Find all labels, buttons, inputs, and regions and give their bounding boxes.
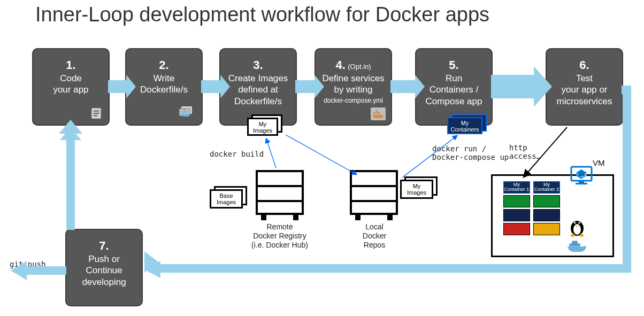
local-repos-caption: LocalDockerRepos — [353, 222, 396, 249]
svg-rect-28 — [579, 181, 584, 183]
step-text: Testyour app ormicroservices — [547, 73, 622, 107]
container-slot — [533, 223, 560, 235]
svg-rect-14 — [376, 110, 378, 112]
svg-rect-8 — [186, 111, 187, 113]
svg-rect-26 — [575, 241, 577, 243]
step-7-push-continue: 7. Push orContinuedeveloping — [65, 229, 143, 306]
step-number: 5. — [416, 59, 492, 72]
step-text: Push orContinuedeveloping — [66, 253, 142, 288]
svg-rect-23 — [575, 244, 577, 246]
step-number: 2. — [126, 59, 202, 72]
container-slot — [503, 195, 530, 207]
linux-tux-icon — [568, 215, 587, 237]
my-container-2: MyContainer 2 — [533, 181, 560, 194]
svg-rect-2 — [94, 113, 99, 114]
docker-build-label: docker build — [210, 150, 264, 158]
git-push-label: git push — [10, 260, 45, 268]
base-images-card: BaseImages — [210, 189, 243, 209]
container-slot — [503, 223, 530, 235]
vm-monitor-icon — [570, 166, 593, 186]
svg-rect-9 — [183, 109, 185, 111]
svg-rect-24 — [578, 244, 580, 246]
vm-box: MyContainer 1 MyContainer 2 — [491, 174, 614, 257]
step-text: Codeyour app — [33, 73, 109, 96]
svg-rect-21 — [570, 244, 572, 246]
step-text: Define servicesby writing — [316, 73, 391, 96]
svg-marker-30 — [147, 264, 160, 275]
my-containers-card: MyContainers — [447, 117, 482, 134]
my-images-card: MyImages — [247, 118, 278, 136]
container-slot — [503, 209, 530, 221]
svg-point-19 — [575, 223, 576, 224]
arrow-images-to-local — [286, 135, 356, 174]
svg-rect-31 — [66, 134, 75, 230]
step-text: RunContainers /Compose app — [416, 73, 492, 107]
step-number: 6. — [547, 59, 622, 72]
step-optional: (Opt.in) — [348, 63, 371, 71]
http-access-label: httpaccess… — [509, 143, 541, 160]
document-icon — [89, 106, 103, 120]
svg-rect-22 — [572, 244, 574, 246]
remote-registry-caption: RemoteDocker Registry(i.e. Docker Hub) — [240, 222, 320, 249]
diagram-title: Inner-Loop development workflow for Dock… — [35, 3, 489, 26]
local-repos-shelf — [350, 170, 398, 215]
svg-rect-25 — [572, 241, 574, 243]
vm-label: VM — [593, 158, 605, 167]
container-slot — [533, 195, 560, 207]
docker-whale-icon — [566, 238, 588, 254]
svg-rect-1 — [94, 111, 99, 112]
step-number: 3. — [220, 59, 296, 72]
svg-rect-3 — [94, 115, 98, 116]
step-number: 4. — [335, 58, 345, 72]
step-6-test-app: 6. Testyour app ormicroservices — [546, 48, 623, 126]
step-text: WriteDockerfile/s — [126, 73, 202, 96]
svg-rect-6 — [181, 111, 183, 113]
docker-run-label: docker run /Docker-compose up — [432, 144, 509, 161]
step-number: 1. — [33, 59, 109, 72]
svg-point-20 — [579, 223, 580, 224]
step-2-write-dockerfile: 2. WriteDockerfile/s — [125, 48, 203, 126]
svg-rect-13 — [378, 112, 380, 114]
local-my-images-card: MyImages — [400, 180, 433, 199]
arrow-registry-to-images — [266, 139, 276, 168]
svg-rect-12 — [376, 112, 378, 114]
svg-rect-11 — [373, 112, 375, 114]
remote-registry-shelf — [256, 170, 304, 215]
step-text: Create Imagesdefined atDockerfile/s — [220, 73, 296, 107]
svg-point-16 — [573, 224, 581, 235]
svg-rect-29 — [576, 183, 587, 184]
docker-compose-icon — [371, 107, 386, 120]
svg-marker-32 — [60, 127, 81, 140]
docker-whale-icon — [178, 105, 196, 120]
svg-rect-7 — [183, 111, 185, 113]
step-subtext: docker-compose.yml — [316, 97, 391, 104]
container-slot — [533, 209, 560, 221]
my-container-1: MyContainer 1 — [503, 181, 530, 194]
step-1-code-app: 1. Codeyour app — [32, 48, 110, 126]
step-number: 7. — [66, 240, 142, 252]
step-4-define-services: 4. (Opt.in) Define servicesby writing do… — [315, 48, 392, 126]
